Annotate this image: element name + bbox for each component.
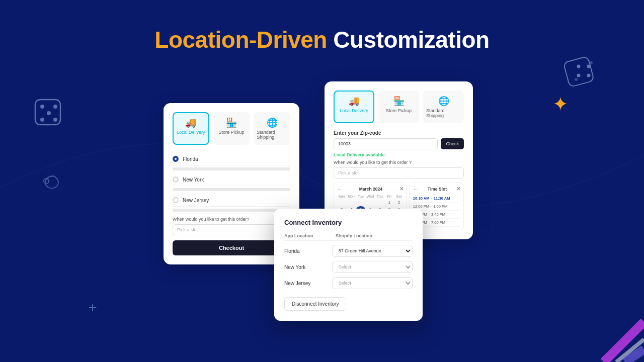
svg-point-2 [53,105,57,109]
cal-month-year: March 2024 [359,187,382,192]
svg-point-7 [577,65,581,68]
cal-cell [375,199,384,206]
disconnect-inventory-button[interactable]: Disconnect Inventory [284,297,346,311]
cal-day-fri: Fri [385,194,394,199]
location-newyork: New York [183,177,204,183]
left-tab-local-label: Local Delivery [177,130,205,135]
modal-row-newjersey: New Jersey Select [284,277,413,289]
star-icon: ✦ [552,93,569,115]
left-tab-standard-label: Standard Shipping [257,130,287,140]
left-location-list: Florida New York New Jersey [173,153,290,212]
cal-day-mon: Mon [347,194,356,199]
ts-close[interactable]: ✕ [456,186,460,192]
zip-input[interactable] [334,138,438,149]
col-shopify-header: Shopify Location [336,233,413,238]
modal-select-florida[interactable]: 87 Green Hill Avenue [332,245,413,257]
right-tab-local[interactable]: 🚚 Local Delivery [334,90,374,123]
dice-icon-tr [564,50,604,90]
ts-title: Time Slot [428,187,447,192]
svg-point-9 [577,74,581,77]
list-item[interactable]: New Jersey [173,194,290,207]
svg-point-12 [590,61,593,64]
cal-cell [347,199,356,206]
svg-point-8 [587,65,591,68]
store-pickup-icon: 🏪 [226,117,237,128]
location-florida: Florida [183,156,198,162]
modal-table-header: App Location Shopify Location [284,233,413,241]
left-tab-pickup-label: Store Pickup [218,130,244,135]
ts-header: ← Time Slot ✕ [413,186,460,192]
cal-day-tue: Tue [356,194,365,199]
left-tab-standard[interactable]: 🌐 Standard Shipping [254,112,290,145]
radio-newjersey[interactable] [173,197,179,203]
page-title: Location-Driven Customization [0,0,644,53]
svg-point-4 [53,118,57,122]
zip-row: Check [334,138,464,149]
swirl-icon [40,171,68,199]
svg-point-10 [587,74,591,77]
left-delivery-tabs: 🚚 Local Delivery 🏪 Store Pickup 🌐 Standa… [173,112,290,145]
modal-select-newjersey[interactable]: Select [332,277,413,289]
right-local-icon: 🚚 [349,96,360,107]
cross-icon: ＋ [86,298,100,317]
left-tab-local[interactable]: 🚚 Local Delivery [173,112,209,145]
title-white: Customization [333,27,489,53]
left-tab-pickup[interactable]: 🏪 Store Pickup [213,112,250,145]
dice-icon-tl [31,96,66,131]
location-newjersey: New Jersey [183,198,209,203]
stripe-bar [543,312,644,362]
right-standard-icon: 🌐 [438,96,449,107]
cal-cell[interactable]: 1 [385,199,394,206]
left-when-label: When would you like to get this order? [173,217,290,222]
list-item[interactable]: New York [173,173,290,186]
list-item[interactable]: Florida [173,153,290,165]
radio-florida[interactable] [173,156,179,162]
cal-cell [356,199,365,206]
cal-cell[interactable]: 2 [394,199,404,206]
modal-loc-newyork: New York [284,264,332,270]
list-item [173,188,290,191]
col-app-header: App Location [284,233,336,238]
modal-row-newyork: New York Select [284,261,413,273]
radio-newyork[interactable] [173,176,179,183]
cal-cell [366,199,375,206]
right-pickup-icon: 🏪 [393,96,405,107]
left-slot-placeholder: Pick a slot [177,227,198,232]
cal-day-wed: Wed [366,194,375,199]
delivery-available-text: Local Delivery available. [334,152,464,157]
right-when-label: When would you like to get this order ? [334,160,464,165]
list-item [173,167,290,170]
local-delivery-icon: 🚚 [185,117,196,128]
right-tab-local-label: Local Delivery [340,108,368,113]
cal-day-thu: Thu [375,194,384,199]
ts-slot[interactable]: 10:30 AM – 11:30 AM [413,195,460,203]
svg-rect-6 [564,56,594,87]
modal-loc-florida: Florida [284,248,332,254]
connect-inventory-modal: Connect Inventory App Location Shopify L… [274,209,423,321]
right-slot-placeholder: Pick a slot [338,170,359,175]
modal-row-florida: Florida 87 Green Hill Avenue [284,245,413,257]
svg-point-11 [575,78,578,81]
right-tab-pickup-label: Store Pickup [386,108,412,113]
modal-loc-newjersey: New Jersey [284,281,332,286]
cal-day-sat: Sat [394,194,404,199]
modal-select-newyork[interactable]: Select [332,261,413,273]
list-item [173,209,290,212]
checkout-button[interactable]: Checkout [173,240,290,255]
cal-close[interactable]: ✕ [399,186,404,192]
right-tab-pickup[interactable]: 🏪 Store Pickup [378,90,419,123]
ts-back[interactable]: ← [413,186,418,192]
cal-day-sun: Sun [337,194,346,199]
svg-point-1 [40,105,44,109]
modal-title: Connect Inventory [284,219,413,226]
standard-shipping-icon: 🌐 [267,117,278,128]
calendar-header: ← March 2024 ✕ [337,186,404,192]
right-tab-standard-label: Standard Shipping [426,108,461,118]
left-pick-slot[interactable]: Pick a slot [173,224,290,235]
right-pick-slot[interactable]: Pick a slot [334,167,464,178]
svg-point-3 [40,118,44,122]
cal-prev[interactable]: ← [337,186,342,192]
check-button[interactable]: Check [441,138,464,149]
right-tab-standard[interactable]: 🌐 Standard Shipping [423,90,464,123]
right-delivery-tabs: 🚚 Local Delivery 🏪 Store Pickup 🌐 Standa… [334,90,464,123]
